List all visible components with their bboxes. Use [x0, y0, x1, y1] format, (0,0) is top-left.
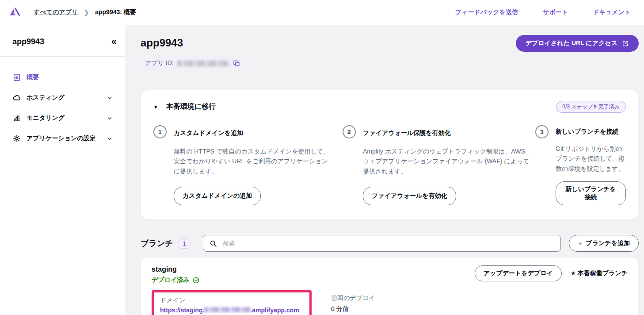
chevron-down-icon: [106, 135, 113, 142]
step-description: Git リポジトリから別のブランチを接続して、複数の環境を設定します。: [556, 144, 626, 173]
branch-card-staging: staging デプロイ済み アップデートをデプロイ ★本番稼働ブランチ: [141, 257, 639, 315]
add-custom-domain-button[interactable]: カスタムドメインの追加: [174, 187, 261, 205]
search-icon: [210, 240, 217, 247]
bar-chart-icon: [12, 114, 21, 123]
domain-url-redacted: [204, 307, 250, 312]
cloud-icon: [12, 93, 21, 102]
branch-deploy-status: デプロイ済み: [152, 276, 200, 284]
domain-label: ドメイン: [160, 296, 303, 304]
amplify-logo-icon: [8, 6, 21, 19]
domain-url-link[interactable]: https://staging..amplifyapp.com: [160, 307, 303, 314]
sidebar-item-hosting[interactable]: ホスティング: [6, 88, 119, 108]
branch-name: staging: [152, 265, 200, 273]
check-circle-icon: [192, 277, 200, 284]
step-enable-firewall: 2 ファイアウォール保護を有効化 Amplify ホスティングのウェブトラフィッ…: [343, 125, 535, 205]
sidebar-nav: 概要 ホスティング: [0, 57, 126, 159]
deploy-updates-button[interactable]: アップデートをデプロイ: [475, 265, 562, 281]
copy-icon[interactable]: [233, 60, 240, 67]
production-branch-text: 本番稼働ブランチ: [578, 269, 628, 277]
step-number-badge: 1: [153, 125, 167, 138]
sidebar-item-overview[interactable]: 概要: [6, 67, 119, 88]
production-branch-label: ★本番稼働ブランチ: [571, 269, 628, 277]
topbar-links: フィードバックを送信 サポート ドキュメント: [455, 8, 631, 16]
connect-new-branch-button[interactable]: 新しいブランチを接続: [556, 181, 626, 205]
last-deploy-value: 0 分前: [331, 305, 375, 313]
add-branch-button[interactable]: + ブランチを追加: [569, 235, 639, 252]
branch-search-input[interactable]: [221, 239, 555, 247]
last-deploy-block: 前回のデプロイ 0 分前: [331, 290, 375, 315]
sidebar-collapse-icon[interactable]: «: [111, 37, 117, 46]
sidebar-item-label: モニタリング: [27, 114, 65, 122]
step-add-custom-domain: 1 カスタムドメインを追加 無料の HTTPS で独自のカスタムドメインを使用し…: [153, 125, 343, 205]
branches-section-title: ブランチ: [141, 238, 173, 249]
step-title: ファイアウォール保護を有効化: [363, 129, 535, 137]
step-connect-branch: 3 新しいブランチを接続 Git リポジトリから別のブランチを接続して、複数の環…: [535, 125, 626, 205]
breadcrumb-current: app9943: 概要: [95, 8, 136, 16]
documentation-link[interactable]: ドキュメント: [593, 8, 631, 16]
sidebar-item-label: ホスティング: [27, 94, 65, 102]
domain-url-suffix: .amplifyapp.com: [250, 307, 299, 314]
top-navigation-bar: すべてのアプリ ❯ app9943: 概要 フィードバックを送信 サポート ドキ…: [0, 0, 644, 25]
star-icon: ★: [571, 270, 576, 277]
move-to-production-card: ▼ 本番環境に移行 0/3 ステップを完了済み 1 カスタムドメインを追加 無料…: [141, 90, 639, 220]
sidebar: app9943 « 概要 ホスティング: [0, 25, 126, 315]
step-title: カスタムドメインを追加: [174, 129, 343, 137]
chevron-down-icon: [106, 94, 113, 101]
document-icon: [12, 73, 21, 82]
deploy-status-label: デプロイ済み: [152, 276, 190, 284]
visit-deployed-url-button[interactable]: デプロイされた URL にアクセス: [516, 35, 639, 52]
plus-icon: +: [578, 239, 582, 248]
app-id-label: アプリ ID:: [145, 59, 174, 67]
sidebar-item-monitoring[interactable]: モニタリング: [6, 108, 119, 128]
step-number-badge: 3: [535, 125, 549, 138]
step-title: 新しいブランチを接続: [556, 128, 626, 136]
amplify-logo[interactable]: [6, 4, 23, 21]
sidebar-item-app-settings[interactable]: アプリケーションの設定: [6, 128, 119, 149]
domain-highlight-box: ドメイン https://staging..amplifyapp.com: [152, 290, 312, 315]
support-link[interactable]: サポート: [543, 8, 568, 16]
visit-deployed-url-label: デプロイされた URL にアクセス: [526, 39, 617, 47]
sidebar-item-label: アプリケーションの設定: [27, 134, 96, 142]
send-feedback-link[interactable]: フィードバックを送信: [455, 8, 518, 16]
step-number-badge: 2: [343, 125, 356, 138]
migration-card-title: 本番環境に移行: [166, 102, 216, 111]
breadcrumb-all-apps-link[interactable]: すべてのアプリ: [34, 8, 78, 16]
page-title: app9943: [141, 37, 183, 49]
add-branch-label: ブランチを追加: [586, 239, 630, 247]
external-link-icon: [622, 40, 629, 47]
steps-progress-badge: 0/3 ステップを完了済み: [556, 101, 626, 113]
collapse-caret-icon[interactable]: ▼: [153, 104, 158, 110]
breadcrumb-separator-icon: ❯: [84, 9, 89, 16]
app-id-row: アプリ ID:: [141, 57, 245, 69]
domain-url-prefix: https://staging.: [160, 307, 204, 314]
branch-search-box[interactable]: [203, 235, 561, 252]
gear-icon: [12, 134, 21, 143]
sidebar-item-label: 概要: [27, 73, 39, 81]
main-content: app9943 デプロイされた URL にアクセス アプリ ID: ▼: [126, 25, 644, 315]
step-description: 無料の HTTPS で独自のカスタムドメインを使用して、安全でわかりやすい UR…: [174, 146, 331, 179]
step-description: Amplify ホスティングのウェブトラフィック制限は、AWS ウェブアプリケー…: [363, 146, 530, 179]
enable-firewall-button[interactable]: ファイアウォールを有効化: [363, 187, 456, 205]
chevron-down-icon: [106, 115, 113, 122]
app-id-redacted-value: [177, 61, 229, 66]
sidebar-app-name: app9943: [12, 37, 44, 46]
branch-count-badge: 1: [179, 238, 191, 249]
last-deploy-label: 前回のデプロイ: [331, 294, 375, 302]
